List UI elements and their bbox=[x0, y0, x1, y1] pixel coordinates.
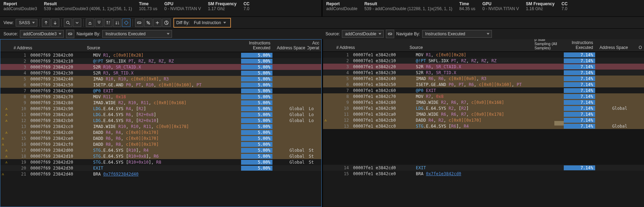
code-row[interactable]: 700007fe1 e3842c60@P0 EXIT7.14% bbox=[323, 87, 644, 93]
source-cell: S2R R3, SR_TID.X bbox=[407, 70, 532, 75]
code-row[interactable]: 1300007f69 23842cc0IMAD.WIDE R10, R10, R… bbox=[0, 123, 321, 129]
stall-header[interactable]: p Stall Sampling (All Samples) bbox=[532, 39, 564, 51]
pct-cell: 5.00% bbox=[241, 160, 272, 165]
code-row[interactable]: ⚠1100007f69 23842ca0LDG.E.64.SYS R6, [R2… bbox=[0, 112, 321, 117]
code-row[interactable]: 300007f69 23842c20S2R R10, SR_CTAID.X5.0… bbox=[0, 64, 321, 70]
line-number: 2 bbox=[12, 59, 29, 64]
link-button[interactable] bbox=[135, 19, 143, 27]
code-row[interactable]: 600007fe1 e3842c50ISETP.GE.AND P0, PT, R… bbox=[323, 81, 644, 87]
code-row[interactable]: 600007f69 23842c50ISETP.GE.AND P0, PT, R… bbox=[0, 82, 321, 88]
line-number: 8 bbox=[334, 94, 352, 99]
source-select-right[interactable]: addConstDouble bbox=[342, 30, 383, 38]
source-select-left[interactable]: addConstDouble3 bbox=[20, 30, 64, 38]
op-cell: Lo bbox=[307, 106, 321, 111]
code-row[interactable] bbox=[323, 159, 644, 165]
code-row[interactable] bbox=[323, 147, 644, 153]
navigate-select-left[interactable]: Instructions Executed bbox=[102, 30, 172, 38]
pct-cell: 5.00% bbox=[241, 130, 272, 135]
code-row[interactable]: 800007fe1 e3842c70MOV R7, 0x87.14% bbox=[323, 93, 644, 99]
source-cell: @P0 EXIT bbox=[407, 88, 532, 93]
code-row[interactable]: ⚠1600007f69 23842cf0DADD R8, R8, c[0x0][… bbox=[0, 141, 321, 147]
code-row[interactable]: 500007f69 23842c40IMAD R10, R10, c[0x0][… bbox=[0, 76, 321, 82]
add-button[interactable] bbox=[153, 19, 162, 27]
grid-body-left[interactable]: 100007f69 23842c00MOV R1, c[0x0][0x28]5.… bbox=[0, 52, 321, 207]
crosshair-button[interactable] bbox=[122, 19, 130, 27]
source-cell: DADD R8, R8, c[0x0][0x170] bbox=[85, 142, 241, 147]
code-row[interactable] bbox=[323, 141, 644, 147]
code-row[interactable]: 100007fe1 e3842c00MOV R1, c[0x0][0x28]7.… bbox=[323, 52, 644, 58]
op-cell: St bbox=[307, 148, 321, 153]
source-cell: MOV R7, 0x8 bbox=[407, 94, 532, 99]
svg-point-2 bbox=[147, 21, 148, 22]
code-row[interactable]: 800007f69 23842c70MOV R11, 0x185.00% bbox=[0, 94, 321, 100]
code-row[interactable]: 900007f69 23842c80IMAD.WIDE R2, R10, R11… bbox=[0, 100, 321, 106]
code-row[interactable]: 1000007fe1 e3842c90LDG.E.64.SYS R2, [R2]… bbox=[323, 105, 644, 111]
code-panel-left: # Address Source Instructions Executed A… bbox=[0, 39, 322, 207]
address-cell: 00007f69 23842c70 bbox=[29, 94, 85, 99]
line-number: 9 bbox=[334, 100, 352, 105]
navigate-select-right[interactable]: Instructions Executed bbox=[422, 30, 492, 38]
diff-by-select[interactable]: Full Instruction bbox=[191, 19, 228, 27]
instr-exec-header[interactable]: Instructions Executed bbox=[241, 40, 272, 52]
line-number: 12 bbox=[12, 118, 29, 123]
line-number: 5 bbox=[12, 77, 29, 81]
sort-asc-button[interactable] bbox=[104, 19, 112, 27]
code-row[interactable]: ⚠1900007f69 23842d20STG.E.64.SYS [R10+0x… bbox=[0, 159, 321, 165]
pct-cell: 7.14% bbox=[564, 88, 595, 93]
code-row[interactable]: 400007f69 23842c30S2R R3, SR_TID.X5.00% bbox=[0, 70, 321, 76]
address-cell: 00007fe1 e3842c80 bbox=[352, 100, 407, 105]
code-row[interactable] bbox=[323, 153, 644, 159]
code-row[interactable]: 300007fe1 e3842c20S2R R6, SR_CTAID.X7.14… bbox=[323, 64, 644, 70]
collapse-button[interactable] bbox=[86, 19, 94, 27]
line-number: 11 bbox=[12, 112, 29, 117]
line-number: 18 bbox=[12, 154, 29, 159]
code-row[interactable]: ⚠2100007f69 23842d40BRA 0x7f6923842d40 bbox=[0, 171, 321, 177]
code-row[interactable]: 100007f69 23842c00MOV R1, c[0x0][0x28]5.… bbox=[0, 52, 321, 58]
code-row[interactable]: ⚠1000007f69 23842c90LDG.E.64.SYS R4, [R2… bbox=[0, 106, 321, 112]
code-row[interactable]: 1500007fe1 e3842ce0BRA 0x7fe1e3842cd0 bbox=[323, 171, 644, 177]
search-button[interactable] bbox=[64, 19, 72, 27]
source-header[interactable]: Source bbox=[85, 40, 241, 52]
diff-by-container: Diff By: Full Instruction bbox=[173, 18, 231, 28]
address-header[interactable]: # Address bbox=[12, 40, 85, 52]
percent-button[interactable] bbox=[144, 19, 152, 27]
code-row[interactable]: ⚠1200007fe1 e3842cb0DADD R4, R2, c[0x0][… bbox=[323, 117, 644, 123]
source-cell: MOV R1, c[0x0][0x28] bbox=[85, 53, 241, 58]
pie-button[interactable] bbox=[162, 19, 171, 27]
code-row[interactable]: 900007fe1 e3842c80IMAD.WIDE R2, R6, R7, … bbox=[323, 99, 644, 105]
code-row[interactable]: ⚠1800007f69 23842d10STG.E.64.SYS [R10+0x… bbox=[0, 153, 321, 159]
grid-body-right[interactable]: 100007fe1 e3842c00MOV R1, c[0x0][0x28]7.… bbox=[323, 52, 644, 207]
address-cell: 00007fe1 e3842ca0 bbox=[352, 112, 407, 117]
address-cell: 00007f69 23842d20 bbox=[29, 160, 85, 165]
code-row[interactable]: ⚠1700007f69 23842d00STG.E.64.SYS [R10], … bbox=[0, 147, 321, 153]
code-row[interactable]: 1300007fe1 e3842cc0STG.E.64.SYS [R6], R4… bbox=[323, 123, 644, 129]
line-number: 6 bbox=[12, 83, 29, 87]
nav-down-button[interactable] bbox=[51, 19, 59, 27]
code-row[interactable]: 200007f69 23842c10@!PT SHFL.IDX PT, RZ, … bbox=[0, 58, 321, 64]
view-select[interactable]: SASS bbox=[16, 19, 37, 27]
nav-up-button[interactable] bbox=[42, 19, 50, 27]
code-row[interactable] bbox=[323, 135, 644, 141]
pct-cell: 5.00% bbox=[241, 71, 272, 76]
acc-op-header[interactable]: Acc Operat bbox=[307, 40, 321, 52]
code-row[interactable]: 1400007fe1 e3842cd0EXIT7.14% bbox=[323, 165, 644, 171]
code-row[interactable]: ⚠1400007f69 23842cd0DADD R4, R4, c[0x0][… bbox=[0, 129, 321, 135]
code-row[interactable]: 400007fe1 e3842c30S2R R3, SR_TID.X7.14% bbox=[323, 70, 644, 76]
code-row[interactable]: 1100007fe1 e3842ca0IMAD.WIDE R6, R6, R7,… bbox=[323, 111, 644, 117]
code-row[interactable] bbox=[323, 129, 644, 135]
code-row[interactable]: ⚠1200007f69 23842cb0LDG.E.64.SYS R8, [R2… bbox=[0, 117, 321, 123]
code-row[interactable]: 2000007f69 23842d30EXIT5.00% bbox=[0, 165, 321, 171]
code-row[interactable]: 700007f69 23842c60@P0 EXIT5.00% bbox=[0, 88, 321, 94]
pct-cell: 5.00% bbox=[241, 65, 272, 70]
source-link-button-left[interactable] bbox=[66, 30, 74, 38]
expand-button[interactable] bbox=[95, 19, 103, 27]
search-options-button[interactable] bbox=[73, 19, 81, 27]
code-row[interactable]: 500007fe1 e3842c40IMAD R6, R6, c[0x0][0x… bbox=[323, 76, 644, 81]
source-cell: IMAD.WIDE R2, R10, R11, c[0x0][0x168] bbox=[85, 100, 241, 105]
code-row[interactable]: 200007fe1 e3842c10@!PT SHFL.IDX PT, RZ, … bbox=[323, 58, 644, 64]
source-link-button-right[interactable] bbox=[386, 30, 394, 38]
sort-desc-button[interactable] bbox=[113, 19, 121, 27]
address-cell: 00007f69 23842cf0 bbox=[29, 142, 85, 147]
addr-space-header[interactable]: Address Space bbox=[272, 40, 307, 52]
code-row[interactable]: ⚠1500007f69 23842ce0DADD R6, R6, c[0x0][… bbox=[0, 135, 321, 141]
